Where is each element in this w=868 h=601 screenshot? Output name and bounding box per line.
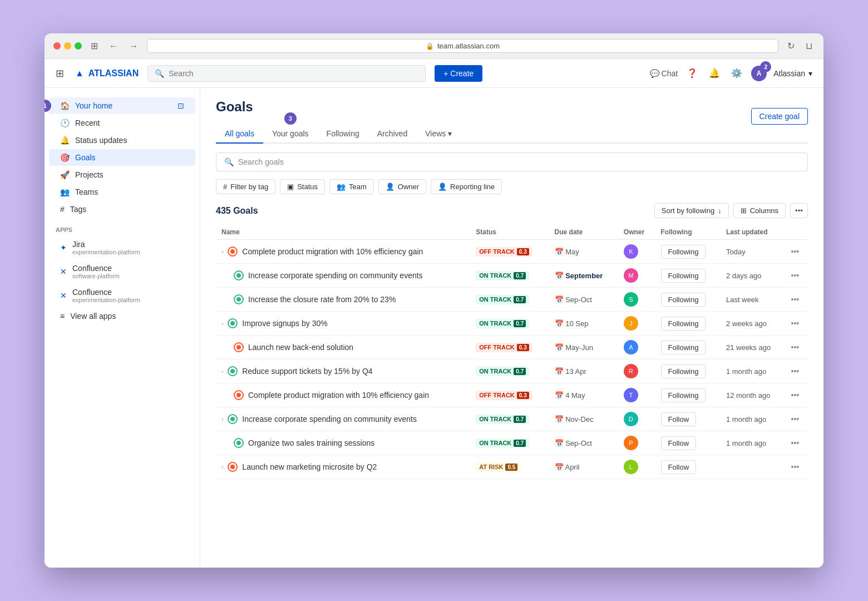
table-row[interactable]: ›Complete product migration with 10% eff…	[216, 240, 808, 264]
columns-button[interactable]: ⊞ Columns	[733, 203, 786, 218]
row-more-button[interactable]: •••	[791, 439, 800, 447]
following-button[interactable]: Following	[661, 388, 706, 402]
url-bar[interactable]: 🔒 team.atlassian.com	[147, 39, 778, 53]
user-button[interactable]: Atlassian ▾	[773, 69, 812, 78]
sidebar-item-projects[interactable]: 🚀 Projects	[49, 166, 195, 183]
create-button[interactable]: + Create	[435, 65, 482, 82]
table-row[interactable]: ›Launch new marketing microsite by Q2AT …	[216, 455, 808, 479]
owner-avatar: M	[624, 268, 638, 283]
goal-name-text[interactable]: Increase corporate spending on community…	[248, 271, 423, 280]
refresh-button[interactable]: ↻	[785, 40, 797, 52]
notifications-button[interactable]: 🔔	[707, 66, 722, 81]
view-all-apps-icon: ≡	[60, 312, 65, 321]
sidebar-item-confluence-1[interactable]: ✕ Confluence software-platform	[49, 260, 195, 283]
last-updated-text: Last week	[726, 295, 759, 304]
chat-button[interactable]: 💬 Chat	[650, 69, 678, 78]
goal-name-text[interactable]: Increase corporate spending on community…	[242, 415, 417, 423]
maximize-button[interactable]	[75, 42, 82, 50]
row-more-button[interactable]: •••	[791, 271, 800, 280]
due-date: 📅 4 May	[555, 391, 613, 400]
close-button[interactable]	[53, 42, 61, 50]
back-button[interactable]: ←	[107, 40, 120, 52]
table-row[interactable]: Launch new back-end solutionOFF TRACK 0.…	[216, 336, 808, 359]
row-more-button[interactable]: •••	[791, 415, 800, 423]
expand-chevron[interactable]: ›	[221, 416, 223, 422]
sidebar-item-view-all-apps[interactable]: ≡ View all apps	[49, 308, 195, 324]
row-more-button[interactable]: •••	[791, 295, 800, 304]
goal-name-text[interactable]: Launch new marketing microsite by Q2	[242, 462, 377, 471]
expand-chevron[interactable]: ›	[221, 368, 223, 375]
row-more-button[interactable]: •••	[791, 343, 800, 352]
tab-following[interactable]: Following	[318, 125, 368, 144]
tab-views[interactable]: Views ▾	[416, 125, 461, 144]
sidebar-item-goals[interactable]: 🎯 Goals	[49, 149, 195, 166]
table-row[interactable]: ›Reduce support tickets by 15% by Q4ON T…	[216, 359, 808, 383]
share-button[interactable]: ⊔	[803, 40, 815, 52]
row-more-button[interactable]: •••	[791, 462, 800, 471]
sort-button[interactable]: Sort by following ↓	[654, 203, 729, 218]
sidebar-toggle[interactable]: ⊞	[88, 40, 100, 52]
follow-button[interactable]: Follow	[661, 412, 697, 426]
table-row[interactable]: ›Improve signups by 30%ON TRACK 0.7📅 10 …	[216, 312, 808, 336]
annotation-1: 1	[45, 100, 51, 112]
goal-name-text[interactable]: Organize two sales training sessions	[248, 439, 374, 447]
sidebar-item-confluence-2[interactable]: ✕ Confluence experimentation-platform	[49, 284, 195, 307]
row-more-button[interactable]: •••	[791, 247, 800, 256]
goal-name-text[interactable]: Complete product migration with 10% effi…	[248, 391, 429, 400]
following-button[interactable]: Following	[661, 293, 706, 307]
filter-owner-button[interactable]: 👤 Owner	[378, 179, 426, 194]
sidebar-item-teams[interactable]: 👥 Teams	[49, 184, 195, 200]
forward-button[interactable]: →	[127, 40, 140, 52]
following-button[interactable]: Following	[661, 317, 706, 331]
more-options-button[interactable]: •••	[790, 203, 808, 218]
goal-name-text[interactable]: Launch new back-end solution	[248, 343, 353, 352]
expand-chevron[interactable]: ›	[221, 321, 223, 327]
settings-button[interactable]: ⚙️	[729, 66, 744, 81]
table-header: Name Status Due date Owner Following Las…	[216, 225, 808, 240]
sidebar-item-your-home[interactable]: 1 🏠 Your home ⊡	[49, 97, 195, 114]
table-row[interactable]: Increase the closure rate from 20% to 23…	[216, 288, 808, 312]
sidebar-goals-label: Goals	[75, 153, 96, 162]
goal-name-text[interactable]: Complete product migration with 10% effi…	[242, 247, 423, 256]
grid-icon[interactable]: ⊞	[56, 67, 64, 80]
row-more-button[interactable]: •••	[791, 319, 800, 328]
sidebar-item-tags[interactable]: # Tags	[49, 201, 195, 218]
table-row[interactable]: Increase corporate spending on community…	[216, 264, 808, 288]
follow-button[interactable]: Follow	[661, 436, 697, 450]
expand-chevron[interactable]: ›	[221, 249, 223, 255]
search-goals-bar[interactable]: 🔍 Search goals	[216, 152, 808, 171]
sidebar-item-status-updates[interactable]: 🔔 Status updates	[49, 132, 195, 149]
minimize-button[interactable]	[64, 42, 71, 50]
filter-by-tag-button[interactable]: # Filter by tag	[216, 179, 275, 194]
table-row[interactable]: Complete product migration with 10% effi…	[216, 383, 808, 407]
tab-archived[interactable]: Archived	[368, 125, 416, 144]
help-button[interactable]: ❓	[684, 66, 700, 81]
table-row[interactable]: Organize two sales training sessionsON T…	[216, 431, 808, 455]
following-button[interactable]: Following	[661, 269, 706, 283]
tab-all-goals[interactable]: All goals	[216, 125, 263, 144]
tab-your-goals[interactable]: Your goals 3	[263, 125, 318, 144]
last-updated-text: 1 month ago	[726, 439, 766, 447]
following-button[interactable]: Following	[661, 245, 706, 259]
user-menu[interactable]: A 2	[751, 66, 767, 81]
sidebar-item-jira[interactable]: ✦ Jira experimentation-platform	[49, 236, 195, 259]
search-input[interactable]	[169, 69, 418, 78]
create-goal-button[interactable]: Create goal	[751, 108, 808, 125]
row-more-button[interactable]: •••	[791, 367, 800, 376]
follow-button[interactable]: Follow	[661, 460, 697, 474]
row-more-button[interactable]: •••	[791, 391, 800, 400]
sidebar-item-recent[interactable]: 🕐 Recent	[49, 115, 195, 131]
goal-name-text[interactable]: Improve signups by 30%	[242, 319, 327, 328]
tag-icon: #	[223, 183, 227, 191]
goals-table-header: 435 Goals Sort by following ↓ ⊞ Columns …	[216, 203, 808, 218]
filter-team-button[interactable]: 👥 Team	[329, 179, 374, 194]
goal-name-text[interactable]: Reduce support tickets by 15% by Q4	[242, 367, 372, 376]
search-bar[interactable]: 🔍	[147, 65, 426, 82]
table-row[interactable]: ›Increase corporate spending on communit…	[216, 407, 808, 431]
filter-status-button[interactable]: ▣ Status	[280, 179, 325, 194]
filter-reporting-line-button[interactable]: 👤 Reporting line	[431, 179, 502, 194]
expand-chevron[interactable]: ›	[221, 464, 223, 470]
goal-name-text[interactable]: Increase the closure rate from 20% to 23…	[248, 295, 396, 304]
following-button[interactable]: Following	[661, 341, 706, 354]
following-button[interactable]: Following	[661, 364, 706, 378]
